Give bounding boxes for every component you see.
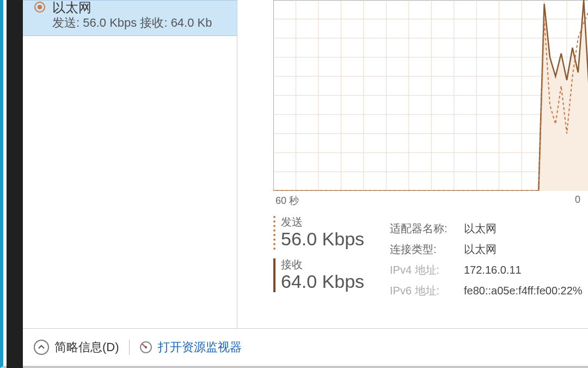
throughput-chart [273,0,588,191]
chart-xaxis-left: 60 秒 [275,194,299,207]
brief-info-button[interactable]: 简略信息(D) [54,339,119,355]
recv-label: 接收 [281,258,382,270]
adapter-list: 以太网 发送: 56.0 Kbps 接收: 64.0 Kb [23,0,237,328]
footer-separator [129,340,130,355]
send-value: 56.0 Kbps [281,228,382,250]
detail-key-adapter-name: 适配器名称: [390,218,464,239]
detail-key-conn-type: 连接类型: [390,239,464,260]
detail-key-ipv4: IPv4 地址: [390,260,464,280]
resource-monitor-icon [139,341,152,354]
adapter-stats: 发送: 56.0 Kbps 接收: 64.0 Kb [52,15,237,31]
collapse-details-button[interactable] [34,340,49,355]
footer-bar: 简略信息(D) 打开资源监视器 [23,328,588,366]
detail-val-ipv4: 172.16.0.11 [464,260,522,280]
window-left-border [7,0,23,368]
detail-key-ipv6: IPv6 地址: [390,280,464,301]
adapter-details: 适配器名称: 以太网 连接类型: 以太网 IPv4 地址: 172.16.0.1… [390,216,588,301]
detail-val-adapter-name: 以太网 [464,218,497,239]
svg-point-1 [38,5,42,9]
svg-point-27 [145,346,147,348]
open-resource-monitor-link[interactable]: 打开资源监视器 [158,339,242,355]
send-metric: 发送 56.0 Kbps [273,216,382,250]
detail-val-ipv6: fe80::a05e:f4ff:fe00:22% [464,280,583,301]
adapter-title: 以太网 [52,1,237,15]
adapter-item-ethernet[interactable]: 以太网 发送: 56.0 Kbps 接收: 64.0 Kb [23,0,237,36]
chevron-up-icon [38,343,45,351]
detail-val-conn-type: 以太网 [464,239,497,260]
send-label: 发送 [281,216,382,228]
recv-metric: 接收 64.0 Kbps [273,258,382,292]
chart-xaxis-right: 0 [575,194,586,207]
recv-value: 64.0 Kbps [281,270,382,292]
main-panel: 60 秒 0 发送 56.0 Kbps 接收 64.0 Kbps 适配 [237,0,588,328]
radio-selected-icon [34,1,47,13]
